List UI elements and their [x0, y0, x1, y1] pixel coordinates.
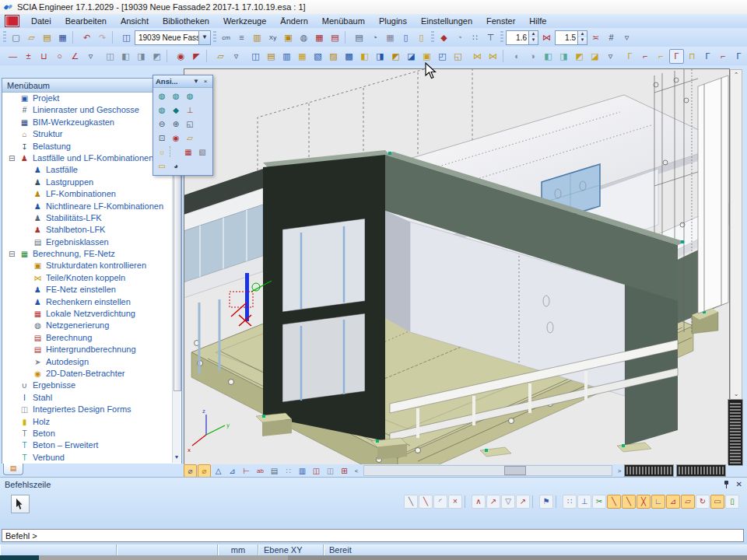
tree-item-beton[interactable]: ⊟TBeton: [2, 428, 172, 439]
view-settings-icon[interactable]: ▦: [181, 145, 195, 159]
menu-bearbeiten[interactable]: Bearbeiten: [58, 14, 114, 28]
draw-line-icon[interactable]: —: [5, 49, 20, 64]
toolbar-overflow-icon[interactable]: ▿: [83, 49, 98, 64]
menu-werkzeuge[interactable]: Werkzeuge: [216, 14, 273, 28]
ansicht-palette-header[interactable]: Ansi... ▼ ×: [153, 75, 212, 88]
scale-spinner-1[interactable]: 1.6 ▲▼: [506, 30, 538, 45]
support-surface-icon[interactable]: ◪: [587, 49, 602, 64]
tree-item-ergebnisse[interactable]: ⊟∪Ergebnisse: [2, 380, 172, 391]
draw-angle-icon[interactable]: ∠: [68, 49, 82, 64]
new-document-icon[interactable]: ▢: [9, 30, 23, 45]
tree-item-lastfaelle-lfk[interactable]: ⊟♟Lastfälle und LF-Kombinationen: [2, 152, 172, 164]
toolbar-grip[interactable]: [431, 31, 434, 44]
toolbar-grip[interactable]: [500, 31, 503, 44]
toolbar-grip[interactable]: [213, 31, 216, 44]
spinner-arrows[interactable]: ▲▼: [528, 31, 538, 44]
snap-node-icon[interactable]: ∧: [472, 495, 486, 509]
snap-tangent-icon[interactable]: ⊿: [666, 495, 680, 509]
pin-icon[interactable]: [722, 481, 730, 488]
scroll-right-icon[interactable]: >: [615, 467, 624, 474]
snap-arc-icon[interactable]: ◜: [433, 495, 447, 509]
toolbar-overflow-icon[interactable]: ▿: [229, 49, 244, 64]
tree-item-struktur[interactable]: ⊟⌂Struktur: [2, 128, 172, 140]
rotate-horizontal-bar-1[interactable]: [625, 465, 673, 476]
view-parameters-icon[interactable]: ◕: [169, 159, 183, 173]
menu-plugins[interactable]: Plugins: [372, 14, 414, 28]
copy-icon[interactable]: ◫: [103, 49, 117, 64]
paste-special-icon[interactable]: ◩: [149, 49, 164, 64]
draw-clamp-icon[interactable]: ⊔: [37, 49, 51, 64]
dot-raster-icon[interactable]: ∷: [468, 30, 482, 45]
draw-circle-icon[interactable]: ○: [52, 49, 67, 64]
saved-views-icon[interactable]: ◫: [324, 464, 337, 478]
tree-item-2d-daten-betrachter[interactable]: ⊟◉2D-Daten-Betrachter: [2, 368, 172, 380]
rotate-vertical-bar[interactable]: [728, 400, 742, 465]
paste-icon[interactable]: ◨: [134, 49, 149, 64]
snap-delete-icon[interactable]: ×: [448, 495, 462, 509]
snap-line-icon[interactable]: ╲: [404, 495, 418, 509]
menu-einstellungen[interactable]: Einstellungen: [414, 14, 479, 28]
snap-database-icon[interactable]: ▯: [725, 495, 739, 509]
tree-item-berechnung-fe-netz[interactable]: ⊟▦Berechnung, FE-Netz: [2, 248, 172, 260]
snap-endpoint-icon[interactable]: ╲: [622, 495, 636, 509]
view-side-icon[interactable]: ◍: [183, 89, 197, 103]
beam-tool-icon[interactable]: ▤: [264, 49, 279, 64]
snap-arc-center-icon[interactable]: ↻: [696, 495, 710, 509]
project-selector-combobox[interactable]: 19039 Neue Fassad ▼: [135, 30, 211, 45]
menu-fenster[interactable]: Fenster: [479, 14, 522, 28]
scroll-down-icon[interactable]: ⌄: [731, 389, 742, 400]
selection-cursor-button[interactable]: [11, 495, 30, 513]
engineering-report-icon[interactable]: ▦: [312, 30, 327, 45]
menu-menuebaum[interactable]: Menübaum: [315, 14, 372, 28]
tree-item-lastfaelle[interactable]: ⊟♟Lastfälle: [2, 164, 172, 176]
units-icon[interactable]: cm: [219, 30, 233, 45]
frame-corner7-icon[interactable]: Γ: [731, 49, 746, 64]
zoom-all-icon[interactable]: ⊡: [155, 131, 169, 145]
tree-item-lastgruppen[interactable]: ⊟♟Lastgruppen: [2, 177, 172, 188]
fast-render-icon[interactable]: ▥: [296, 464, 309, 478]
frame-corner6-icon[interactable]: ⌐: [716, 49, 731, 64]
tree-item-autodesign[interactable]: ⊟➤Autodesign: [2, 356, 172, 368]
snap-point-icon[interactable]: ↗: [486, 495, 500, 509]
tree-item-nichtlineare-lfk[interactable]: ⊟♟Nichtlineare LF-Kombinationen: [2, 201, 172, 212]
opening-tool-icon[interactable]: ◧: [357, 49, 372, 64]
hinge-end-icon[interactable]: ◑: [525, 49, 540, 64]
tree-item-stahl[interactable]: ⊟ⅠStahl: [2, 392, 172, 404]
menu-datei[interactable]: Datei: [24, 14, 58, 28]
clip-structure-icon[interactable]: ⌀: [184, 464, 197, 478]
copy-add-icon[interactable]: ◧: [118, 49, 133, 64]
scroll-left-icon[interactable]: <: [352, 467, 361, 474]
view-axo-icon[interactable]: ◍: [155, 103, 169, 117]
palette-menu-icon[interactable]: ▼: [191, 78, 201, 85]
bim-toolbox-icon[interactable]: ◆: [437, 30, 451, 45]
draw-plusminus-icon[interactable]: ±: [21, 49, 36, 64]
open-project-icon[interactable]: ▱: [24, 30, 39, 45]
subregion-tool-icon[interactable]: ◨: [373, 49, 388, 64]
status-units[interactable]: mm: [218, 544, 258, 555]
dot-grid-snap-icon[interactable]: ∷: [563, 495, 577, 509]
rotate-horizontal-bar-2[interactable]: [677, 465, 725, 476]
tree-scroll-down-icon[interactable]: ▼: [173, 452, 181, 463]
truss-tool-icon[interactable]: ◰: [435, 49, 450, 64]
report-template-icon[interactable]: ▤: [328, 30, 342, 45]
snap-edge-icon[interactable]: ↗: [516, 495, 530, 509]
document-blue-icon[interactable]: ▯: [398, 30, 413, 45]
haunch-tool-icon[interactable]: ▦: [295, 49, 310, 64]
loadpanel-tool-icon[interactable]: ▣: [419, 49, 434, 64]
tree-item-teile-knoten[interactable]: ⊟⋈Teile/Knoten koppeln: [2, 272, 172, 284]
tree-item-stahlbeton-lfk[interactable]: ⊟♟Stahlbeton-LFK: [2, 224, 172, 236]
tree-item-linienraster[interactable]: ⊟#Linienraster und Geschosse: [2, 104, 172, 116]
zoom-window-icon[interactable]: ◱: [183, 117, 197, 131]
tree-item-netzgenerierung[interactable]: ⊟◍Netzgenerierung: [2, 320, 172, 331]
tree-item-belastung[interactable]: ⊟↧Belastung: [2, 141, 172, 152]
plate-tool-icon[interactable]: ▧: [310, 49, 325, 64]
scale-spinner-2[interactable]: 1.5 ▲▼: [555, 30, 587, 45]
snap-orthogonal-icon[interactable]: ∟: [651, 495, 665, 509]
save-all-icon[interactable]: ▤: [40, 30, 54, 45]
snap-midpoint-icon[interactable]: ╲: [607, 495, 621, 509]
frame-corner1-icon[interactable]: Γ: [622, 49, 637, 64]
tree-expander-icon[interactable]: ⊟: [9, 248, 19, 260]
gallery-icon[interactable]: ▥: [250, 30, 265, 45]
view-eye-icon[interactable]: ◉: [174, 49, 188, 64]
tree-item-berechnung[interactable]: ⊟▤Berechnung: [2, 332, 172, 344]
